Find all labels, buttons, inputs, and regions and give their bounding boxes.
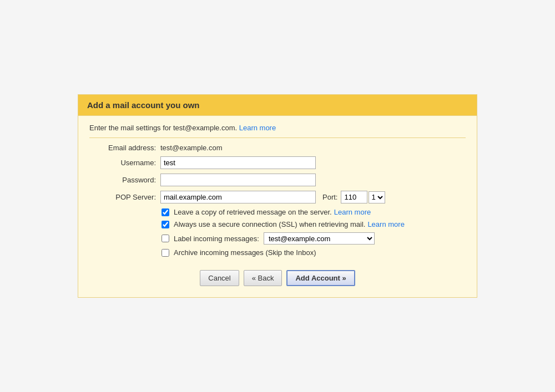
port-label: Port: — [322, 193, 337, 201]
button-row: Cancel « Back Add Account » — [89, 270, 466, 286]
cancel-button[interactable]: Cancel — [200, 270, 239, 286]
pop-server-row: POP Server: Port: 110 995 — [89, 191, 466, 203]
checkbox-row-label: Label incoming messages: test@example.co… — [162, 232, 466, 245]
add-mail-account-dialog: Add a mail account you own Enter the mai… — [78, 94, 477, 298]
pop-server-label: POP Server: — [89, 193, 156, 201]
port-dropdown[interactable]: 110 995 — [369, 191, 385, 203]
pop-server-controls: Port: 110 995 — [160, 191, 385, 203]
checkbox-row-copy: Leave a copy of retrieved message on the… — [162, 208, 466, 216]
label-dropdown-container: test@example.com — [264, 232, 375, 245]
checkbox-copy-label: Leave a copy of retrieved message on the… — [174, 208, 332, 216]
checkbox-archive-label: Archive incoming messages (Skip the Inbo… — [174, 248, 316, 257]
dialog-header: Add a mail account you own — [78, 95, 477, 116]
learn-more-ssl-link[interactable]: Learn more — [367, 220, 404, 228]
port-input[interactable] — [341, 191, 367, 203]
email-row: Email address: test@example.com — [89, 144, 466, 152]
learn-more-copy-link[interactable]: Learn more — [334, 208, 371, 216]
username-input[interactable] — [160, 156, 316, 169]
email-value: test@example.com — [160, 144, 222, 152]
checkbox-section: Leave a copy of retrieved message on the… — [162, 208, 466, 257]
dialog-title: Add a mail account you own — [87, 100, 468, 110]
back-button[interactable]: « Back — [244, 270, 282, 286]
checkbox-row-ssl: Always use a secure connection (SSL) whe… — [162, 220, 466, 228]
dialog-body: Enter the mail settings for test@example… — [78, 116, 477, 297]
username-row: Username: — [89, 156, 466, 169]
email-label: Email address: — [89, 144, 156, 152]
checkbox-label[interactable] — [162, 235, 169, 242]
subtitle-text: Enter the mail settings for test@example… — [89, 124, 466, 138]
learn-more-link-subtitle[interactable]: Learn more — [239, 124, 276, 132]
username-label: Username: — [89, 159, 156, 167]
checkbox-row-archive: Archive incoming messages (Skip the Inbo… — [162, 248, 466, 257]
add-account-button[interactable]: Add Account » — [286, 270, 355, 286]
pop-server-input[interactable] — [160, 191, 316, 203]
password-label: Password: — [89, 176, 156, 184]
password-row: Password: — [89, 174, 466, 186]
label-dropdown[interactable]: test@example.com — [264, 232, 375, 245]
checkbox-copy[interactable] — [162, 208, 169, 216]
checkbox-ssl-label: Always use a secure connection (SSL) whe… — [174, 220, 365, 228]
checkbox-label-label: Label incoming messages: — [174, 235, 259, 243]
checkbox-archive[interactable] — [162, 249, 169, 257]
checkbox-ssl[interactable] — [162, 221, 169, 228]
password-input[interactable] — [160, 174, 316, 186]
subtitle-main: Enter the mail settings for test@example… — [89, 124, 239, 132]
